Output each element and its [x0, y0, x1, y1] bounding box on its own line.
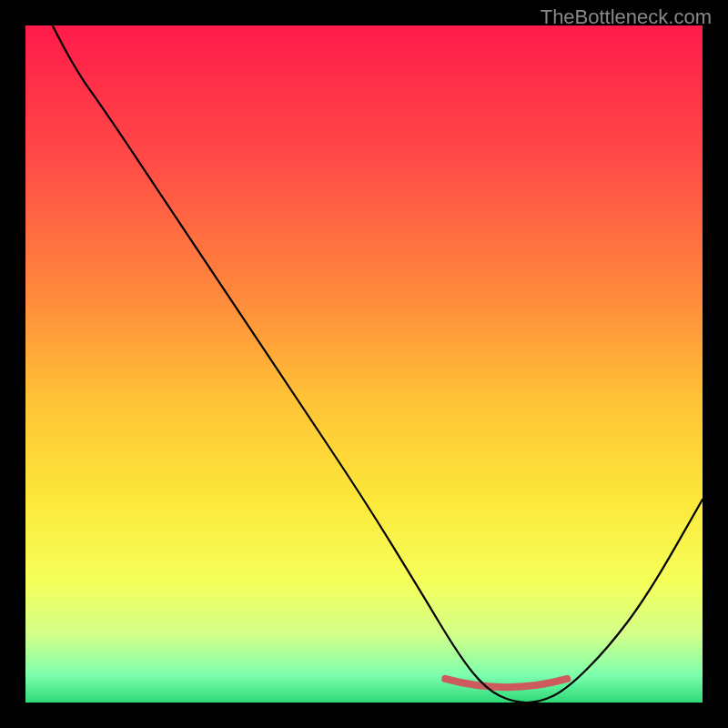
chart-canvas	[25, 25, 703, 703]
chart-frame	[25, 25, 703, 703]
watermark-text: TheBottleneck.com	[541, 5, 712, 29]
